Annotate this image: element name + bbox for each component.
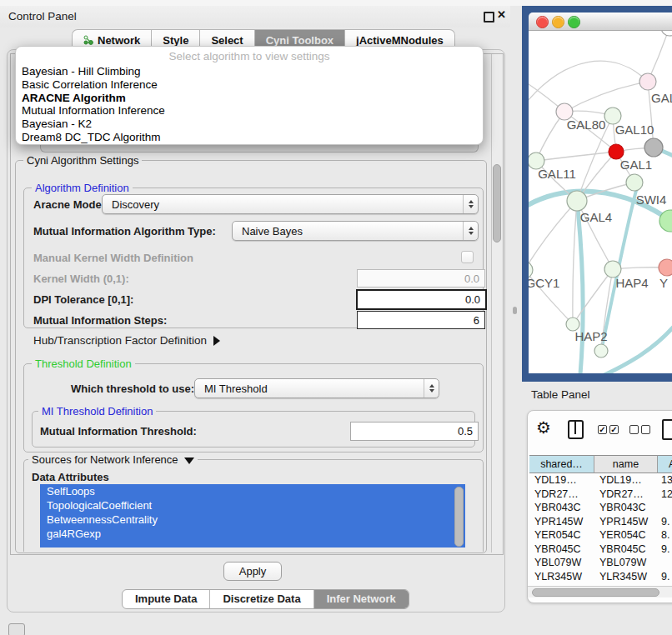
network-edge bbox=[529, 201, 577, 270]
node-mid-green[interactable] bbox=[626, 174, 643, 191]
network-edge bbox=[529, 61, 648, 106]
mi-steps-field[interactable]: 6 bbox=[357, 311, 485, 329]
algorithm-popup-prompt: Select algorithm to view settings bbox=[16, 47, 483, 65]
deselect-all-icon[interactable] bbox=[629, 425, 650, 434]
table-cell: 9. bbox=[661, 570, 669, 584]
mi-steps-value: 6 bbox=[474, 314, 479, 327]
table-hscrollbar-thumb[interactable] bbox=[532, 588, 659, 597]
splitter-handle[interactable] bbox=[513, 307, 517, 314]
float-window-icon[interactable] bbox=[484, 12, 494, 22]
table-cell: YBR045C bbox=[599, 542, 646, 557]
gear-icon[interactable]: ⚙ bbox=[536, 419, 551, 436]
which-threshold-combobox[interactable]: MI Threshold bbox=[194, 378, 439, 398]
node-gray[interactable] bbox=[644, 138, 663, 157]
algorithm-popup-item[interactable]: Dream8 DC_TDC Algorithm bbox=[16, 131, 483, 144]
node-gal-partial-label: GAL bbox=[651, 91, 672, 105]
network-edge bbox=[573, 269, 613, 324]
kernel-width-field[interactable]: 0.0 bbox=[357, 269, 485, 288]
split-view-icon[interactable] bbox=[568, 420, 584, 439]
table-hscrollbar[interactable] bbox=[528, 586, 672, 598]
table-row[interactable]: YLR345WYLR345W9. bbox=[528, 570, 672, 584]
data-attributes-label: Data Attributes bbox=[32, 471, 109, 483]
attribute-list-item[interactable]: BetweennessCentrality bbox=[40, 512, 465, 527]
column-header-partial[interactable]: A bbox=[658, 455, 672, 473]
manual-kernel-checkbox[interactable] bbox=[461, 251, 474, 263]
close-traffic-light[interactable] bbox=[536, 16, 549, 28]
threshold-definition-label: Threshold Definition bbox=[32, 358, 135, 370]
algorithm-popup-item[interactable]: Basic Correlation Inference bbox=[16, 78, 483, 92]
attribute-row-partial[interactable] bbox=[40, 541, 465, 548]
collapse-arrow-icon bbox=[184, 458, 194, 464]
table-row[interactable]: YBL079WYBL079W bbox=[528, 556, 672, 570]
attribute-list-item[interactable]: TopologicalCoefficient bbox=[40, 498, 465, 512]
node-gal4[interactable] bbox=[567, 191, 587, 211]
dpi-tolerance-field[interactable]: 0.0 bbox=[356, 289, 487, 310]
node-gal10[interactable] bbox=[604, 108, 621, 124]
column-header-label: A bbox=[669, 458, 672, 470]
node-gal4-label: GAL4 bbox=[580, 210, 612, 224]
close-icon[interactable]: ✕ bbox=[497, 8, 506, 21]
attribute-list-item[interactable]: gal4RGexp bbox=[40, 527, 465, 541]
table-cell: 8. bbox=[661, 528, 669, 542]
mi-threshold-value: 0.5 bbox=[458, 425, 473, 438]
network-icon bbox=[83, 35, 93, 45]
settings-scrollbar-thumb[interactable] bbox=[493, 164, 501, 242]
tab-discretize-data[interactable]: Discretize Data bbox=[209, 590, 313, 608]
bottom-tabs: Impute Data Discretize Data Infer Networ… bbox=[122, 589, 409, 609]
dpi-tolerance-label: DPI Tolerance [0,1]: bbox=[33, 293, 133, 306]
sources-group-toggle[interactable]: Sources for Network Inference bbox=[28, 453, 198, 466]
table-row[interactable]: YPR145WYPR145W9. bbox=[528, 515, 672, 529]
mi-steps-label: Mutual Information Steps: bbox=[33, 314, 167, 327]
document-icon[interactable] bbox=[662, 419, 672, 440]
data-attributes-list[interactable]: SelfLoopsTopologicalCoefficientBetweenne… bbox=[40, 484, 465, 548]
table-panel: Table Panel ⚙ ✓✓ shared… name bbox=[510, 382, 672, 635]
mi-type-value: Naive Bayes bbox=[233, 222, 463, 240]
collapsed-panel-button[interactable] bbox=[8, 623, 25, 635]
aracne-mode-combobox[interactable]: Discovery bbox=[102, 194, 479, 214]
node-bottom-partial[interactable] bbox=[594, 344, 608, 358]
algorithm-definition-label: Algorithm Definition bbox=[32, 182, 133, 194]
network-canvas[interactable]: GALGAL80GAL10GAL1GAL11SWI4GAL4GCY1HAP4YH… bbox=[529, 31, 672, 373]
network-window-titlebar[interactable] bbox=[529, 12, 672, 31]
table-row[interactable]: YBR043CYBR043C bbox=[528, 501, 672, 515]
node-gal-partial[interactable] bbox=[639, 73, 656, 90]
table-cell: 9. bbox=[661, 542, 669, 557]
zoom-traffic-light[interactable] bbox=[568, 16, 580, 28]
table-cell: YBR043C bbox=[534, 501, 581, 515]
mi-type-combobox[interactable]: Naive Bayes bbox=[232, 221, 479, 241]
table-row[interactable]: YDR27…YDR27…12 bbox=[528, 488, 672, 502]
node-gcy1-label: GCY1 bbox=[529, 276, 559, 290]
minimize-traffic-light[interactable] bbox=[552, 16, 564, 28]
algorithm-popup-item[interactable]: Bayesian - K2 bbox=[16, 118, 483, 131]
column-header-label: shared… bbox=[540, 458, 583, 470]
table-cell: YDR27… bbox=[534, 488, 579, 502]
algorithm-popup-item[interactable]: ARACNE Algorithm bbox=[16, 92, 483, 105]
node-y-partial[interactable] bbox=[659, 259, 672, 276]
network-svg: GALGAL80GAL10GAL1GAL11SWI4GAL4GCY1HAP4YH… bbox=[529, 31, 672, 373]
control-panel-title: Control Panel bbox=[8, 10, 77, 22]
table-cell: YER054C bbox=[534, 528, 581, 542]
attribute-list-item[interactable]: SelfLoops bbox=[40, 484, 465, 498]
hub-definition-toggle[interactable]: Hub/Transcription Factor Definition bbox=[33, 334, 220, 347]
table-cell: YPR145W bbox=[599, 515, 648, 529]
mi-threshold-field[interactable]: 0.5 bbox=[350, 422, 479, 441]
mi-type-label: Mutual Information Algorithm Type: bbox=[33, 225, 216, 238]
node-top-right[interactable] bbox=[661, 31, 672, 36]
table-cell: YDL19… bbox=[599, 473, 642, 488]
settings-scrollbar[interactable] bbox=[491, 54, 502, 552]
algorithm-popup-item[interactable]: Mutual Information Inference bbox=[16, 104, 483, 118]
attributes-scrollbar-thumb[interactable] bbox=[454, 487, 464, 547]
tab-discretize-data-label: Discretize Data bbox=[223, 592, 300, 605]
column-header-shared-name[interactable]: shared… bbox=[529, 455, 594, 473]
network-window[interactable]: GALGAL80GAL10GAL1GAL11SWI4GAL4GCY1HAP4YH… bbox=[529, 12, 672, 373]
tab-impute-data[interactable]: Impute Data bbox=[123, 590, 209, 608]
apply-button[interactable]: Apply bbox=[223, 562, 282, 581]
table-row[interactable]: YDL19…YDL19…13 bbox=[528, 473, 672, 488]
table-row[interactable]: YER054CYER054C8. bbox=[528, 528, 672, 542]
node-hap4[interactable] bbox=[604, 261, 621, 278]
table-row[interactable]: YBR045CYBR045C9. bbox=[528, 542, 672, 557]
algorithm-popup-item[interactable]: Bayesian - Hill Climbing bbox=[16, 65, 483, 78]
tab-infer-network[interactable]: Infer Network bbox=[313, 590, 409, 608]
select-all-icon[interactable]: ✓✓ bbox=[598, 425, 619, 434]
column-header-name[interactable]: name bbox=[594, 455, 658, 473]
